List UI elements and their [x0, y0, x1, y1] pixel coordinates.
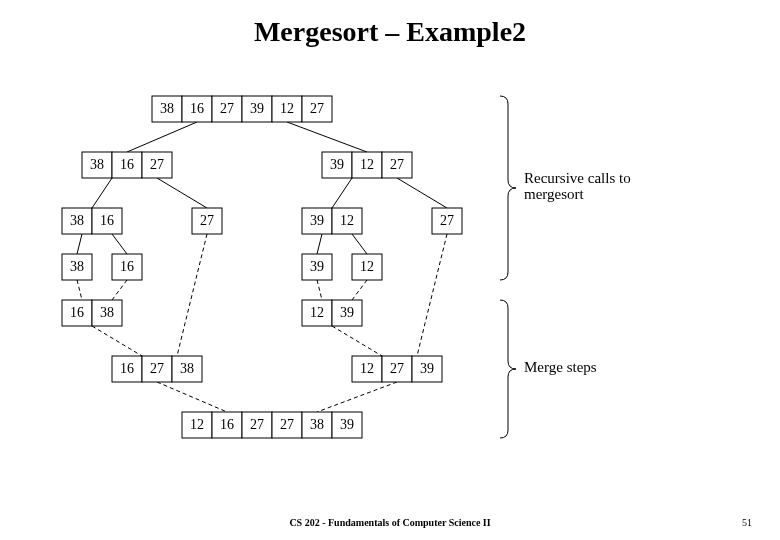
array-cell-value: 27 — [280, 417, 294, 432]
array-cell-value: 38 — [100, 305, 114, 320]
array-cell-value: 16 — [190, 101, 204, 116]
connector-line — [112, 234, 127, 254]
array-cell-value: 16 — [220, 417, 234, 432]
connector-line — [352, 280, 367, 300]
array-cell-value: 27 — [390, 361, 404, 376]
array-cell-value: 12 — [340, 213, 354, 228]
connector-line — [92, 326, 142, 356]
array-cell-value: 12 — [360, 259, 374, 274]
array-cell-value: 27 — [390, 157, 404, 172]
array-cell-value: 12 — [280, 101, 294, 116]
array-cell-value: 39 — [330, 157, 344, 172]
array-cell-value: 38 — [70, 213, 84, 228]
mergesort-diagram: 3816273912273816273912273816273912273816… — [0, 0, 780, 540]
array-cell-value: 16 — [120, 259, 134, 274]
array-cell-value: 12 — [360, 157, 374, 172]
array-cell-value: 12 — [310, 305, 324, 320]
array-cell-value: 16 — [120, 157, 134, 172]
array-cell-value: 12 — [360, 361, 374, 376]
connector-line — [332, 326, 382, 356]
array-cell-value: 39 — [340, 417, 354, 432]
array-cell-value: 16 — [100, 213, 114, 228]
connector-line — [157, 178, 207, 208]
array-cell-value: 39 — [340, 305, 354, 320]
connector-line — [177, 234, 207, 356]
array-cell-value: 27 — [250, 417, 264, 432]
brace-label: Recursive calls tomergesort — [524, 170, 631, 203]
array-cell-value: 27 — [150, 361, 164, 376]
array-cell-value: 27 — [220, 101, 234, 116]
array-cell-value: 38 — [90, 157, 104, 172]
connector-line — [287, 122, 367, 152]
page-number: 51 — [742, 517, 752, 528]
array-cell-value: 39 — [310, 213, 324, 228]
brace-label: Merge steps — [524, 359, 597, 375]
connector-line — [317, 234, 322, 254]
connector-line — [77, 234, 82, 254]
connector-line — [317, 280, 322, 300]
connector-line — [317, 382, 397, 412]
array-cell-value: 27 — [200, 213, 214, 228]
array-cell-value: 27 — [440, 213, 454, 228]
connector-line — [127, 122, 197, 152]
connector-line — [77, 280, 82, 300]
connector-line — [332, 178, 352, 208]
array-cell-value: 38 — [160, 101, 174, 116]
array-cell-value: 39 — [420, 361, 434, 376]
connector-line — [397, 178, 447, 208]
footer-course: CS 202 - Fundamentals of Computer Scienc… — [0, 517, 780, 528]
connector-line — [157, 382, 227, 412]
array-cell-value: 12 — [190, 417, 204, 432]
array-cell-value: 16 — [120, 361, 134, 376]
connector-line — [417, 234, 447, 356]
array-cell-value: 39 — [250, 101, 264, 116]
array-cell-value: 16 — [70, 305, 84, 320]
connector-line — [92, 178, 112, 208]
brace — [500, 96, 516, 280]
array-cell-value: 38 — [70, 259, 84, 274]
array-cell-value: 39 — [310, 259, 324, 274]
connector-line — [112, 280, 127, 300]
connector-line — [352, 234, 367, 254]
array-cell-value: 38 — [310, 417, 324, 432]
brace — [500, 300, 516, 438]
array-cell-value: 38 — [180, 361, 194, 376]
array-cell-value: 27 — [150, 157, 164, 172]
array-cell-value: 27 — [310, 101, 324, 116]
